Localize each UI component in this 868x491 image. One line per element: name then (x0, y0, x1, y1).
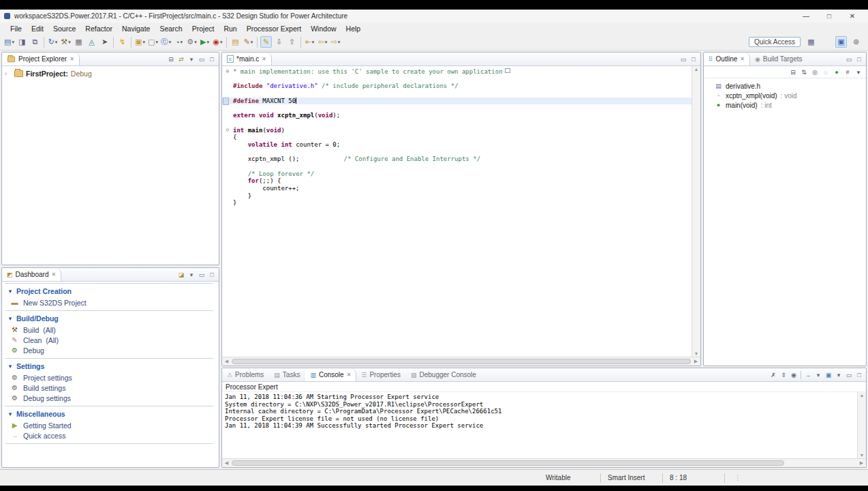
next-annotation-icon[interactable]: ⇩ (273, 36, 285, 48)
clean-icon[interactable]: ◬ (86, 36, 97, 48)
dashboard-link-new-s32ds-project[interactable]: ▬New S32DS Project (5, 297, 213, 308)
scroll-down-icon[interactable]: ▼ (694, 351, 699, 356)
tab-project-explorer[interactable]: Project Explorer ✕ (2, 53, 80, 65)
dashboard-link-project-settings[interactable]: ⚙Project settings (5, 372, 213, 383)
tab-console[interactable]: ▥Console✕ (305, 368, 356, 381)
menu-item-edit[interactable]: Edit (27, 24, 48, 33)
dashboard-link-getting-started[interactable]: ▶Getting Started (5, 420, 213, 430)
code-line[interactable] (222, 149, 692, 156)
search-icon[interactable]: ✎▾ (243, 36, 254, 48)
chevron-down-icon[interactable]: ▼ (7, 288, 13, 295)
minimize-icon[interactable]: ▭ (846, 56, 852, 63)
chevron-down-icon[interactable]: ▾ (325, 40, 328, 45)
close-icon[interactable]: ✕ (262, 56, 266, 62)
scroll-down-icon[interactable]: ▼ (860, 453, 865, 458)
forward-icon[interactable]: ⇨▾ (330, 36, 341, 48)
new-window-icon[interactable]: ▢▾ (147, 36, 159, 48)
code-line[interactable]: } (222, 199, 692, 207)
close-icon[interactable]: ✕ (740, 56, 745, 62)
clear-console-icon[interactable]: ✗ (770, 372, 777, 378)
code-line[interactable] (222, 119, 692, 127)
profile-icon[interactable]: ◉▾ (212, 36, 223, 48)
chevron-down-icon[interactable]: ▾ (220, 40, 223, 45)
chevron-down-icon[interactable]: ▾ (312, 40, 315, 45)
maximize-icon[interactable]: □ (818, 12, 841, 20)
open-console-menu-icon[interactable]: ▾ (835, 372, 842, 378)
code-line[interactable]: counter++; (222, 185, 692, 192)
maximize-icon[interactable]: □ (856, 56, 863, 63)
expander-icon[interactable]: › (5, 70, 12, 77)
fold-toggle-icon[interactable]: ⊕ (222, 68, 233, 76)
outline-item[interactable]: ●main(void) : int (705, 100, 865, 110)
last-edit-icon[interactable]: ⇤▾ (304, 36, 315, 48)
maximize-icon[interactable]: □ (856, 372, 863, 378)
build-last-icon[interactable]: ↻▾ (47, 36, 59, 48)
code-line[interactable]: #define MAXCNT 50 (222, 98, 692, 105)
chevron-down-icon[interactable]: ▾ (169, 40, 172, 45)
menu-item-source[interactable]: Source (48, 24, 80, 33)
outline-item[interactable]: ◦xcptn_xmpl(void) : void (705, 91, 865, 100)
maximize-icon[interactable]: □ (690, 56, 697, 63)
select-tool-icon[interactable]: ➤ (99, 36, 110, 48)
dashboard-link-debug-settings[interactable]: ⚙Debug settings (5, 393, 213, 403)
close-icon[interactable]: ✕ (841, 12, 864, 20)
dashboard-link-build-settings[interactable]: ⚙Build settings (5, 383, 213, 393)
chevron-down-icon[interactable]: ▼ (7, 316, 13, 322)
code-line[interactable]: xcptn_xmpl (); /* Configure and Enable I… (222, 155, 692, 163)
dashboard-link-quick-access[interactable]: →Quick access (5, 430, 213, 441)
tab-main-c[interactable]: c *main.c ✕ (222, 53, 272, 65)
code-line[interactable]: #include "derivative.h" /* include perip… (222, 83, 692, 90)
hide-non-public-icon[interactable]: ● (833, 69, 840, 76)
scroll-up-icon[interactable]: ▲ (860, 393, 865, 398)
tab-dashboard[interactable]: ◩ Dashboard ✕ (2, 268, 61, 281)
section-header[interactable]: ▼Build/Debug (5, 313, 213, 325)
minimize-icon[interactable]: ▭ (680, 56, 687, 63)
scroll-thumb[interactable] (232, 460, 784, 466)
maximize-icon[interactable]: □ (208, 56, 215, 63)
menu-item-file[interactable]: File (5, 24, 27, 33)
display-selected-icon[interactable]: → (805, 372, 811, 378)
scroll-up-icon[interactable]: ▲ (694, 67, 699, 72)
code-line[interactable] (222, 104, 692, 112)
collapse-all-icon[interactable]: ⊟ (790, 69, 796, 76)
minimize-icon[interactable]: ▭ (198, 271, 205, 278)
menu-item-processor-expert[interactable]: Processor Expert (242, 24, 307, 33)
chevron-down-icon[interactable]: ▼ (7, 363, 13, 370)
outline-item[interactable]: ▤derivative.h (705, 81, 865, 91)
code-line[interactable]: for(;;) { (222, 177, 692, 185)
minimize-icon[interactable]: ▭ (846, 372, 852, 378)
fold-toggle-icon[interactable]: ⊖ (222, 127, 233, 134)
editor-vscrollbar[interactable]: ▲▼ (692, 66, 700, 357)
pin-console-icon[interactable]: ◉ (790, 372, 797, 378)
maximize-icon[interactable]: □ (208, 271, 215, 278)
tree-item-firstproject[interactable]: › FirstProject: Debug (5, 70, 216, 78)
new-c-file-icon[interactable]: ⓒ▾ (160, 36, 172, 48)
menu-item-refactor[interactable]: Refactor (80, 24, 117, 33)
code-line[interactable]: ⊕* main implementation: use this 'C' sam… (222, 68, 692, 76)
folded-region-icon[interactable] (505, 68, 510, 73)
menu-item-search[interactable]: Search (155, 24, 187, 33)
flash-programmer-icon[interactable]: ↯ (117, 36, 128, 48)
section-header[interactable]: ▼Settings (5, 361, 213, 372)
open-console-icon[interactable]: ▣ (825, 372, 832, 378)
menu-item-help[interactable]: Help (341, 24, 366, 33)
dashboard-link-build-all-[interactable]: ⚒Build (All) (5, 325, 213, 335)
close-icon[interactable]: ✕ (347, 372, 352, 378)
code-line[interactable] (222, 76, 692, 83)
console-log[interactable]: Jan 11, 2018 11:04:36 AM Starting Proces… (222, 392, 857, 458)
section-header[interactable]: ▼Miscellaneous (5, 408, 213, 420)
link-editor-icon[interactable]: ⇄ (178, 56, 185, 63)
hide-inactive-icon[interactable]: # (844, 69, 851, 76)
code-line[interactable]: extern void xcptn_xmpl(void); (222, 112, 692, 119)
console-dropdown-icon[interactable]: ▾ (815, 372, 822, 378)
tab-build-targets[interactable]: ◉ Build Targets (750, 53, 808, 65)
menu-item-project[interactable]: Project (187, 24, 219, 33)
mark-occurrences-icon[interactable]: ✎ (260, 36, 272, 48)
hide-fields-icon[interactable]: ◎ (811, 69, 818, 76)
code-line[interactable] (222, 163, 692, 170)
scroll-thumb[interactable] (232, 359, 691, 364)
tab-debugger-console[interactable]: ▧Debugger Console (406, 368, 482, 381)
code-line[interactable]: ⊖int main(void) (222, 127, 692, 134)
tab-tasks[interactable]: ▤Tasks (269, 368, 305, 381)
scroll-lock-icon[interactable]: ⇕ (780, 372, 787, 378)
